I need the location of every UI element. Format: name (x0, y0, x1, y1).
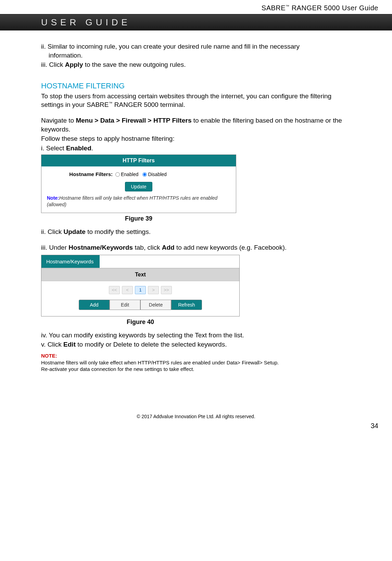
action-buttons: Add Edit Delete Refresh (41, 298, 239, 316)
mid-step-iii: iii. Under Hostname/Keywords tab, click … (41, 243, 351, 252)
pager-first[interactable]: << (109, 286, 120, 294)
http-filters-panel: HTTP Filters Hostname Filters: Enabled D… (41, 154, 236, 213)
step-iv: iv. You can modify existing keywords by … (41, 331, 351, 340)
fig39-note-text: Hostname filters will only take effect w… (47, 195, 217, 207)
mid-iii-b2: Add (162, 244, 175, 251)
section-p1-tm: ™ (109, 101, 112, 105)
note-block: NOTE: Hostname filters will only take ef… (41, 352, 351, 373)
pager-1[interactable]: 1 (135, 286, 146, 294)
mid-iii-mid: tab, click (133, 244, 162, 251)
mid-step-ii: ii. Click Update to modify the settings. (41, 227, 351, 236)
section-p1b: RANGER 5000 terminal. (112, 101, 185, 108)
step-ii-line1: ii. Similar to incoming rule, you can cr… (41, 42, 351, 51)
add-button[interactable]: Add (79, 300, 110, 310)
mid-ii-pre: ii. Click (41, 228, 63, 235)
product-name: SABRE (262, 4, 286, 12)
step-iii: iii. Click Apply to the save the new out… (41, 60, 351, 69)
refresh-button[interactable]: Refresh (171, 300, 202, 310)
section-p4-bold: Enabled (66, 145, 91, 152)
http-filters-title: HTTP Filters (41, 155, 236, 167)
step-iii-pre: iii. Click (41, 61, 65, 68)
note-line1: Hostname filters will only take effect w… (41, 359, 351, 366)
step-iii-post: to the save the new outgoing rules. (83, 61, 186, 68)
hostname-keywords-panel: Hostname/Keywords Text << < 1 > >> Add E… (41, 255, 240, 316)
footer-copyright: © 2017 Addvalue Innovation Pte Ltd. All … (0, 414, 392, 422)
delete-button[interactable]: Delete (140, 300, 171, 310)
enabled-text: Enabled (121, 171, 138, 178)
section-heading: HOSTNAME FILTERING (41, 81, 351, 91)
edit-button[interactable]: Edit (110, 300, 140, 310)
mid-iii-pre: iii. Under (41, 244, 68, 251)
section-p2-pre: Navigate to (41, 117, 76, 124)
section-p4: i. Select Enabled. (41, 144, 351, 153)
step-v: v. Click Edit to modify or Delete to del… (41, 340, 351, 349)
pager-last[interactable]: >> (161, 286, 172, 294)
mid-iii-b1: Hostname/Keywords (68, 244, 133, 251)
fig39-note-label: Note: (47, 195, 59, 201)
tm-symbol: ™ (286, 4, 290, 8)
tab-row: Hostname/Keywords (41, 255, 239, 268)
section-p4-pre: i. Select (41, 145, 66, 152)
enabled-radio-label[interactable]: Enabled (115, 171, 138, 178)
hostname-keywords-tab[interactable]: Hostname/Keywords (41, 255, 100, 268)
disabled-radio-label[interactable]: Disabled (142, 171, 166, 178)
step-v-bold: Edit (63, 341, 76, 348)
step-v-post: to modify or Delete to delete the select… (76, 341, 227, 348)
disabled-radio[interactable] (142, 172, 147, 177)
section-p2-bold: Menu > Data > Firewall > HTTP Filters (76, 117, 191, 124)
update-button[interactable]: Update (125, 182, 152, 191)
page-number: 34 (0, 422, 392, 437)
pager-prev[interactable]: < (122, 286, 133, 294)
hostname-filters-label: Hostname Filters: (61, 171, 113, 178)
mid-ii-bold: Update (63, 228, 85, 235)
note-label: NOTE: (41, 353, 57, 359)
user-guide-banner: USER GUIDE (0, 14, 392, 30)
enabled-radio[interactable] (115, 172, 120, 177)
figure-40: Hostname/Keywords Text << < 1 > >> Add E… (41, 255, 351, 326)
step-ii-line2: information. (41, 51, 351, 60)
step-v-pre: v. Click (41, 341, 63, 348)
step-iii-bold: Apply (65, 61, 83, 68)
content-area: ii. Similar to incoming rule, you can cr… (0, 42, 392, 373)
disabled-text: Disabled (148, 171, 166, 178)
figure-40-caption: Figure 40 (41, 318, 240, 326)
section-p1a: To stop the users from accessing certain… (41, 92, 331, 109)
section-p4-post: . (91, 145, 93, 152)
pager: << < 1 > >> (41, 281, 239, 298)
section-p1: To stop the users from accessing certain… (41, 92, 351, 109)
text-column-header: Text (41, 268, 239, 281)
figure-39-caption: Figure 39 (41, 214, 236, 223)
section-p2: Navigate to Menu > Data > Firewall > HTT… (41, 116, 351, 134)
mid-iii-post: to add new keywords (e.g. Facebook). (175, 244, 287, 251)
product-model: RANGER 5000 User Guide (290, 4, 378, 12)
section-p3: Follow these steps to apply hostname fil… (41, 134, 351, 143)
fig39-note: Note:Hostname filters will only take eff… (45, 195, 232, 210)
mid-ii-post: to modify the settings. (86, 228, 151, 235)
page-header: SABRE™ RANGER 5000 User Guide (0, 0, 392, 14)
pager-next[interactable]: > (148, 286, 159, 294)
note-line2: Re-activate your data connection for the… (41, 366, 351, 373)
figure-39: HTTP Filters Hostname Filters: Enabled D… (41, 154, 351, 223)
